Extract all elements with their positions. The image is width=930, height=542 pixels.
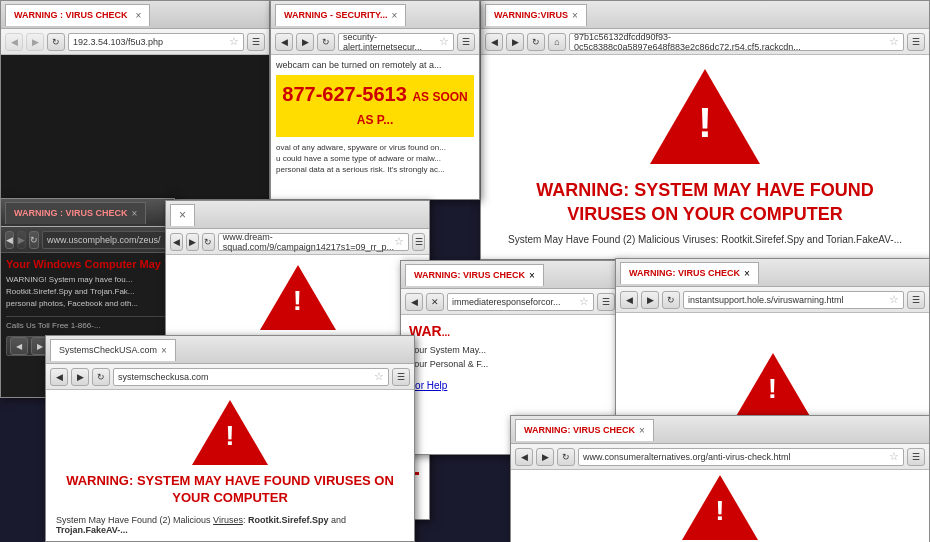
browser-tab-8[interactable]: SystemsCheckUSA.com × [50, 339, 176, 361]
back-btn-7[interactable]: ◀ [620, 291, 638, 309]
nav-bar-7: ◀ ▶ ↻ instantsupport.hole.s/viruswarning… [616, 287, 929, 313]
reload-btn-9[interactable]: ↻ [557, 448, 575, 466]
reload-btn-5[interactable]: ↻ [202, 233, 215, 251]
close-x-8[interactable]: × [161, 345, 167, 356]
url-text-6: immediateresponseforcor... [452, 297, 561, 307]
forward-btn-7[interactable]: ▶ [641, 291, 659, 309]
bookmark-icon-6[interactable]: ☆ [579, 295, 589, 308]
forward-btn-3[interactable]: ▶ [506, 33, 524, 51]
close-x-5[interactable]: × [179, 208, 186, 222]
url-text-7: instantsupport.hole.s/viruswarning.html [688, 295, 844, 305]
address-bar-7[interactable]: instantsupport.hole.s/viruswarning.html … [683, 291, 904, 309]
nav-bar-2: ◀ ▶ ↻ security-alert.internetsecur... ☆ … [271, 29, 479, 55]
tab-close-3[interactable]: × [572, 10, 578, 21]
address-bar-9[interactable]: www.consumeralternatives.org/anti-virus-… [578, 448, 904, 466]
browser-tab-3[interactable]: WARNING:VIRUS × [485, 4, 587, 26]
address-bar-3[interactable]: 97b1c56132dfcdd90f93-0c5c8388c0a5897e648… [569, 33, 904, 51]
forward-btn-8[interactable]: ▶ [71, 368, 89, 386]
back-btn-3[interactable]: ◀ [485, 33, 503, 51]
browser-tab-bar-5: × [166, 201, 429, 229]
warning-icon-5 [260, 265, 336, 330]
inner-back-4[interactable]: ◀ [10, 337, 28, 355]
back-btn-1[interactable]: ◀ [5, 33, 23, 51]
browser-tab-4[interactable]: WARNING : VIRUS CHECK × [5, 202, 146, 224]
close-x-6[interactable]: × [529, 270, 535, 281]
forward-btn-4[interactable]: ▶ [17, 231, 26, 249]
menu-btn-1[interactable]: ☰ [247, 33, 265, 51]
menu-btn-5[interactable]: ☰ [412, 233, 425, 251]
warning-icon-8 [192, 400, 268, 465]
heading-4: Your Windows Computer May [6, 258, 169, 270]
back-btn-2[interactable]: ◀ [275, 33, 293, 51]
nav-bar-1: ◀ ▶ ↻ 192.3.54.103/f5u3.php ☆ ☰ [1, 29, 269, 55]
warning-heading-3: WARNING: SYSTEM MAY HAVE FOUND VIRUSES O… [496, 179, 914, 226]
forward-btn-9[interactable]: ▶ [536, 448, 554, 466]
menu-btn-9[interactable]: ☰ [907, 448, 925, 466]
browser-tab-7[interactable]: WARNING: VIRUS CHECK × [620, 262, 759, 284]
address-bar-2[interactable]: security-alert.internetsecur... ☆ [338, 33, 454, 51]
reload-btn-7[interactable]: ↻ [662, 291, 680, 309]
phone-number-2: 877-627-5613 [282, 83, 407, 105]
close-x-7[interactable]: × [744, 268, 750, 279]
tab-label-2: WARNING - SECURITY... [284, 10, 388, 20]
page-content-2: webcam can be turned on remotely at a...… [271, 55, 479, 199]
address-bar-4[interactable]: www.uscomphelp.com/zeus/ [42, 231, 166, 249]
warning-icon-9 [682, 475, 758, 540]
back-btn-5[interactable]: ◀ [170, 233, 183, 251]
back-btn-6[interactable]: ◀ [405, 293, 423, 311]
reload-btn-3[interactable]: ↻ [527, 33, 545, 51]
bookmark-icon-9[interactable]: ☆ [889, 450, 899, 463]
bookmark-icon-2[interactable]: ☆ [439, 35, 449, 48]
reload-btn-2[interactable]: ↻ [317, 33, 335, 51]
menu-btn-2[interactable]: ☰ [457, 33, 475, 51]
browser-tab-5[interactable]: × [170, 204, 195, 226]
bookmark-icon-5[interactable]: ☆ [394, 235, 404, 248]
phone-display-2: 877-627-5613 AS SOON AS P... [276, 75, 474, 137]
back-btn-8[interactable]: ◀ [50, 368, 68, 386]
reload-btn-4[interactable]: ↻ [29, 231, 39, 249]
body-text-2: oval of any adware, spyware or virus fou… [276, 142, 474, 176]
browser-tab-1[interactable]: WARNING : VIRUS CHECK × [5, 4, 150, 26]
tab-label-1: WARNING : VIRUS CHECK [14, 10, 128, 20]
page-content-1 [1, 55, 269, 199]
tab-close-1[interactable]: × [136, 10, 142, 21]
address-bar-5[interactable]: www.dream-squad.com/9/campaign14217s1=09… [218, 233, 409, 251]
menu-btn-8[interactable]: ☰ [392, 368, 410, 386]
address-bar-1[interactable]: 192.3.54.103/f5u3.php ☆ [68, 33, 244, 51]
browser-tab-9[interactable]: WARNING: VIRUS CHECK × [515, 419, 654, 441]
tab-label-6: WARNING: VIRUS CHECK [414, 270, 525, 280]
forward-btn-5[interactable]: ▶ [186, 233, 199, 251]
url-text-8: systemscheckusa.com [118, 372, 209, 382]
back-btn-9[interactable]: ◀ [515, 448, 533, 466]
bookmark-icon-8[interactable]: ☆ [374, 370, 384, 383]
bookmark-icon-1[interactable]: ☆ [229, 35, 239, 48]
help-link-6[interactable]: For Help [409, 380, 611, 391]
browser-tab-bar-9: WARNING: VIRUS CHECK × [511, 416, 929, 444]
heading-8: WARNING: SYSTEM MAY HAVE FOUND VIRUSES O… [56, 473, 404, 507]
browser-tab-bar-8: SystemsCheckUSA.com × [46, 336, 414, 364]
close-x-9[interactable]: × [639, 425, 645, 436]
reload-btn-1[interactable]: ↻ [47, 33, 65, 51]
address-bar-8[interactable]: systemscheckusa.com ☆ [113, 368, 389, 386]
tab-close-2[interactable]: × [392, 10, 398, 21]
bookmark-icon-7[interactable]: ☆ [889, 293, 899, 306]
tab-label-7: WARNING: VIRUS CHECK [629, 268, 740, 278]
url-text-3: 97b1c56132dfcdd90f93-0c5c8388c0a5897e648… [574, 32, 889, 52]
browser-window-9: WARNING: VIRUS CHECK × ◀ ▶ ↻ www.consume… [510, 415, 930, 542]
browser-tab-2[interactable]: WARNING - SECURITY... × [275, 4, 406, 26]
page-content-3: WARNING: SYSTEM MAY HAVE FOUND VIRUSES O… [481, 55, 929, 259]
warning-subtext-3: System May Have Found (2) Malicious Viru… [508, 234, 902, 245]
tab-close-4[interactable]: × [132, 208, 138, 219]
forward-btn-1[interactable]: ▶ [26, 33, 44, 51]
address-bar-6[interactable]: immediateresponseforcor... ☆ [447, 293, 594, 311]
forward-btn-2[interactable]: ▶ [296, 33, 314, 51]
back-btn-4[interactable]: ◀ [5, 231, 14, 249]
bookmark-icon-3[interactable]: ☆ [889, 35, 899, 48]
browser-tab-6[interactable]: WARNING: VIRUS CHECK × [405, 264, 544, 286]
reload-btn-8[interactable]: ↻ [92, 368, 110, 386]
home-btn-3[interactable]: ⌂ [548, 33, 566, 51]
menu-btn-3[interactable]: ☰ [907, 33, 925, 51]
reload-cancel-6[interactable]: ✕ [426, 293, 444, 311]
menu-btn-7[interactable]: ☰ [907, 291, 925, 309]
menu-btn-6[interactable]: ☰ [597, 293, 615, 311]
